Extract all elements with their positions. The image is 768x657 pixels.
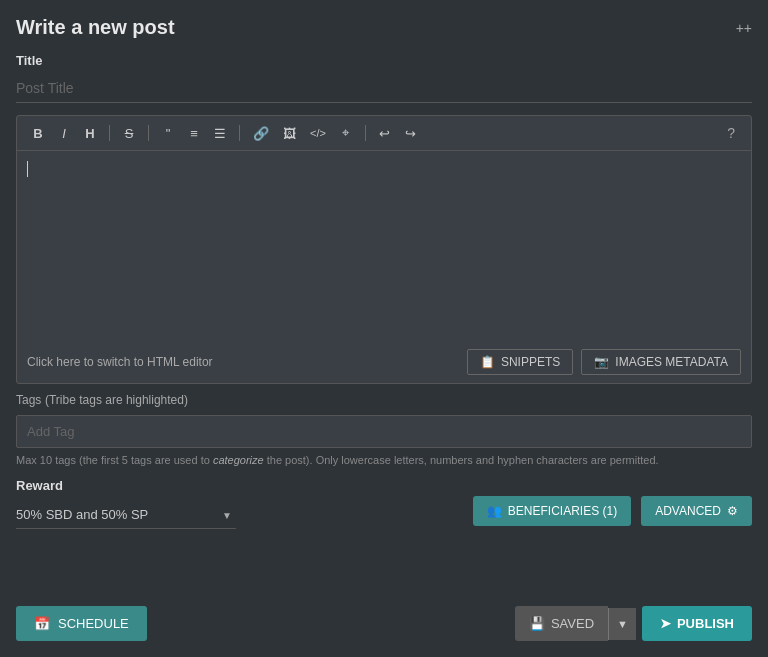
tag-input[interactable] — [16, 415, 752, 448]
beneficiaries-button[interactable]: 👥 BENEFICIARIES (1) — [473, 496, 631, 526]
title-label: Title — [16, 53, 752, 68]
toolbar-divider-2 — [148, 125, 149, 141]
unordered-list-button[interactable]: ☰ — [209, 123, 231, 144]
strikethrough-button[interactable]: S — [118, 123, 140, 144]
gear-icon: ⚙ — [727, 504, 738, 518]
reward-section: Reward 50% SBD and 50% SP 100% SP Declin… — [16, 478, 752, 529]
bold-button[interactable]: B — [27, 123, 49, 144]
publish-label: PUBLISH — [677, 616, 734, 631]
expand-icon[interactable]: ++ — [736, 20, 752, 36]
publish-icon: ➤ — [660, 616, 671, 631]
save-icon: 💾 — [529, 616, 545, 631]
schedule-button[interactable]: 📅 SCHEDULE — [16, 606, 147, 641]
table-button[interactable]: ⌖ — [335, 122, 357, 144]
page-title: Write a new post — [16, 16, 175, 39]
images-metadata-label: IMAGES METADATA — [615, 355, 728, 369]
camera-icon: 📷 — [594, 355, 609, 369]
publish-button[interactable]: ➤ PUBLISH — [642, 606, 752, 641]
saved-button[interactable]: 💾 SAVED — [515, 606, 608, 641]
title-input[interactable] — [16, 74, 752, 103]
cursor — [27, 161, 28, 177]
editor-body[interactable] — [17, 151, 751, 341]
advanced-label: ADVANCED — [655, 504, 721, 518]
editor-container: B I H S " ≡ ☰ 🔗 🖼 </> ⌖ ↩ ↪ ? Click here… — [16, 115, 752, 384]
blockquote-button[interactable]: " — [157, 123, 179, 144]
page-container: Write a new post ++ Title B I H S " ≡ ☰ … — [0, 0, 768, 657]
image-button[interactable]: 🖼 — [278, 123, 301, 144]
saved-dropdown-button[interactable]: ▼ — [608, 608, 636, 640]
saved-label: SAVED — [551, 616, 594, 631]
snippets-button[interactable]: 📋 SNIPPETS — [467, 349, 573, 375]
publish-group: 💾 SAVED ▼ ➤ PUBLISH — [515, 606, 752, 641]
toolbar-divider-3 — [239, 125, 240, 141]
snippets-icon: 📋 — [480, 355, 495, 369]
reward-label: Reward — [16, 478, 457, 493]
beneficiaries-label: BENEFICIARIES (1) — [508, 504, 617, 518]
redo-button[interactable]: ↪ — [400, 123, 422, 144]
snippets-label: SNIPPETS — [501, 355, 560, 369]
reward-left: Reward 50% SBD and 50% SP 100% SP Declin… — [16, 478, 457, 529]
images-metadata-button[interactable]: 📷 IMAGES METADATA — [581, 349, 741, 375]
reward-right: 👥 BENEFICIARIES (1) ADVANCED ⚙ — [473, 496, 752, 526]
tags-label: Tags (Tribe tags are highlighted) — [16, 392, 752, 407]
switch-editor-link[interactable]: Click here to switch to HTML editor — [27, 355, 213, 369]
toolbar-divider-4 — [365, 125, 366, 141]
help-button[interactable]: ? — [721, 122, 741, 144]
schedule-icon: 📅 — [34, 616, 50, 631]
reward-row: Reward 50% SBD and 50% SP 100% SP Declin… — [16, 478, 752, 529]
undo-button[interactable]: ↩ — [374, 123, 396, 144]
reward-select-wrapper: 50% SBD and 50% SP 100% SP Decline Payou… — [16, 501, 236, 529]
bottom-bar: 📅 SCHEDULE 💾 SAVED ▼ ➤ PUBLISH — [16, 598, 752, 641]
beneficiaries-icon: 👥 — [487, 504, 502, 518]
editor-action-buttons: 📋 SNIPPETS 📷 IMAGES METADATA — [467, 349, 741, 375]
link-button[interactable]: 🔗 — [248, 123, 274, 144]
schedule-label: SCHEDULE — [58, 616, 129, 631]
tag-hint: Max 10 tags (the first 5 tags are used t… — [16, 454, 752, 466]
editor-footer: Click here to switch to HTML editor 📋 SN… — [17, 341, 751, 383]
italic-button[interactable]: I — [53, 123, 75, 144]
toolbar-divider-1 — [109, 125, 110, 141]
advanced-button[interactable]: ADVANCED ⚙ — [641, 496, 752, 526]
code-button[interactable]: </> — [305, 124, 331, 142]
tags-section: Tags (Tribe tags are highlighted) Max 10… — [16, 392, 752, 466]
ordered-list-button[interactable]: ≡ — [183, 123, 205, 144]
toolbar: B I H S " ≡ ☰ 🔗 🖼 </> ⌖ ↩ ↪ ? — [17, 116, 751, 151]
reward-select[interactable]: 50% SBD and 50% SP 100% SP Decline Payou… — [16, 501, 236, 529]
heading-button[interactable]: H — [79, 123, 101, 144]
page-header: Write a new post ++ — [16, 16, 752, 39]
